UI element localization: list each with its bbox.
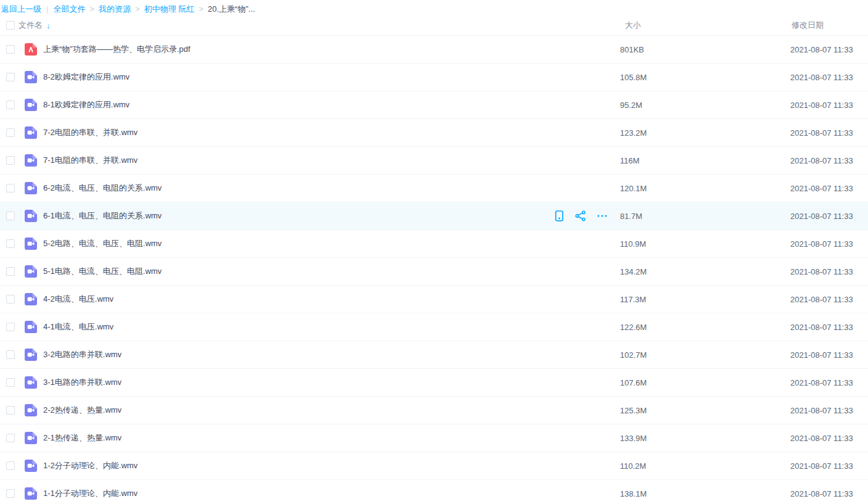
breadcrumb-item-physics[interactable]: 初中物理 阮红 <box>144 4 195 15</box>
row-checkbox[interactable] <box>6 73 15 81</box>
file-modified-date: 2021-08-07 11:33 <box>783 489 868 498</box>
file-row[interactable]: 8-2欧姆定律的应用.wmv105.8M2021-08-07 11:33 <box>0 64 868 91</box>
breadcrumb-separator: > <box>199 4 204 14</box>
select-all-checkbox[interactable] <box>6 21 15 30</box>
file-size: 120.1M <box>614 184 783 193</box>
file-name[interactable]: 7-1电阻的串联、并联.wmv <box>43 155 546 166</box>
row-checkbox[interactable] <box>6 350 15 359</box>
breadcrumb-item-all-files[interactable]: 全部文件 <box>53 4 85 15</box>
file-row[interactable]: 1-2分子动理论、内能.wmv110.2M2021-08-07 11:33 <box>0 452 868 480</box>
row-checkbox[interactable] <box>6 156 15 165</box>
row-checkbox[interactable] <box>6 101 15 109</box>
file-modified-date: 2021-08-07 11:33 <box>783 434 868 443</box>
file-modified-date: 2021-08-07 11:33 <box>783 267 868 276</box>
file-size: 110.9M <box>614 239 783 249</box>
video-file-icon <box>25 293 37 305</box>
breadcrumb-pipe: | <box>46 4 48 14</box>
file-row[interactable]: 5-2电路、电流、电压、电阻.wmv110.9M2021-08-07 11:33 <box>0 230 868 258</box>
file-size: 123.2M <box>614 128 783 138</box>
video-file-icon <box>25 99 37 111</box>
row-checkbox[interactable] <box>6 461 15 470</box>
file-list-header: 文件名 ↓ 大小 修改日期 <box>0 15 868 36</box>
row-checkbox[interactable] <box>6 295 15 304</box>
file-row[interactable]: 4-1电流、电压.wmv122.6M2021-08-07 11:33 <box>0 313 868 341</box>
file-row[interactable]: 8-1欧姆定律的应用.wmv95.2M2021-08-07 11:33 <box>0 91 868 119</box>
row-checkbox[interactable] <box>6 323 15 331</box>
video-file-icon <box>25 321 37 333</box>
file-size: 117.3M <box>614 295 783 304</box>
file-name[interactable]: 1-1分子动理论、内能.wmv <box>43 488 546 499</box>
row-checkbox[interactable] <box>6 239 15 248</box>
more-icon[interactable] <box>597 210 608 221</box>
row-checkbox[interactable] <box>6 212 15 220</box>
file-name[interactable]: 2-1热传递、热量.wmv <box>43 432 546 444</box>
file-modified-date: 2021-08-07 11:33 <box>783 295 868 304</box>
sort-descending-icon[interactable]: ↓ <box>46 21 51 30</box>
file-modified-date: 2021-08-07 11:33 <box>783 461 868 471</box>
column-header-filename[interactable]: 文件名 ↓ <box>19 20 546 31</box>
breadcrumb-separator: > <box>89 4 94 14</box>
file-row[interactable]: 3-1电路的串并联.wmv107.6M2021-08-07 11:33 <box>0 369 868 397</box>
file-name[interactable]: 5-2电路、电流、电压、电阻.wmv <box>43 238 546 249</box>
breadcrumb-item-my-resources[interactable]: 我的资源 <box>99 4 131 15</box>
file-row[interactable]: 6-2电流、电压、电阻的关系.wmv120.1M2021-08-07 11:33 <box>0 175 868 202</box>
file-name[interactable]: 3-2电路的串并联.wmv <box>43 349 546 360</box>
file-row[interactable]: 1-1分子动理论、内能.wmv138.1M2021-08-07 11:33 <box>0 480 868 504</box>
filename-header-label: 文件名 <box>19 20 43 31</box>
file-name[interactable]: 1-2分子动理论、内能.wmv <box>43 460 546 471</box>
video-file-icon <box>25 154 37 167</box>
row-checkbox[interactable] <box>6 406 15 415</box>
file-size: 133.9M <box>614 434 783 443</box>
file-modified-date: 2021-08-07 11:33 <box>783 156 868 165</box>
file-row[interactable]: 4-2电流、电压.wmv117.3M2021-08-07 11:33 <box>0 286 868 313</box>
file-name[interactable]: 4-1电流、电压.wmv <box>43 321 546 333</box>
file-name[interactable]: 2-2热传递、热量.wmv <box>43 405 546 416</box>
file-row[interactable]: 6-1电流、电压、电阻的关系.wmv81.7M2021-08-07 11:33 <box>0 202 868 230</box>
video-file-icon <box>25 71 37 83</box>
file-size: 138.1M <box>614 489 783 498</box>
file-row[interactable]: 5-1电路、电流、电压、电阻.wmv134.2M2021-08-07 11:33 <box>0 258 868 286</box>
video-file-icon <box>25 126 37 139</box>
share-icon[interactable] <box>575 210 586 221</box>
row-checkbox[interactable] <box>6 128 15 137</box>
file-name[interactable]: 5-1电路、电流、电压、电阻.wmv <box>43 266 546 277</box>
file-name[interactable]: 8-2欧姆定律的应用.wmv <box>43 72 546 83</box>
file-modified-date: 2021-08-07 11:33 <box>783 184 868 193</box>
breadcrumb: 返回上一级 | 全部文件 > 我的资源 > 初中物理 阮红 > 20.上乘“物”… <box>0 0 868 15</box>
file-name[interactable]: 6-1电流、电压、电阻的关系.wmv <box>43 210 546 221</box>
file-size: 122.6M <box>614 323 783 332</box>
row-checkbox[interactable] <box>6 184 15 192</box>
file-modified-date: 2021-08-07 11:33 <box>783 212 868 221</box>
file-name[interactable]: 8-1欧姆定律的应用.wmv <box>43 99 546 110</box>
file-name[interactable]: 7-2电阻的串联、并联.wmv <box>43 127 546 138</box>
file-row[interactable]: 2-2热传递、热量.wmv125.3M2021-08-07 11:33 <box>0 397 868 424</box>
file-size: 116M <box>614 156 783 165</box>
file-modified-date: 2021-08-07 11:33 <box>783 239 868 249</box>
breadcrumb-current-folder: 20.上乘“物”... <box>208 4 255 15</box>
row-checkbox[interactable] <box>6 267 15 276</box>
pdf-file-icon <box>25 43 37 56</box>
save-to-device-icon[interactable] <box>553 210 564 221</box>
row-checkbox[interactable] <box>6 378 15 387</box>
file-row[interactable]: 2-1热传递、热量.wmv133.9M2021-08-07 11:33 <box>0 424 868 452</box>
file-row[interactable]: 7-1电阻的串联、并联.wmv116M2021-08-07 11:33 <box>0 147 868 175</box>
row-checkbox[interactable] <box>6 489 15 498</box>
file-name[interactable]: 上乘“物”功套路——热学、电学启示录.pdf <box>43 44 546 55</box>
file-modified-date: 2021-08-07 11:33 <box>783 101 868 110</box>
video-file-icon <box>25 182 37 194</box>
video-file-icon <box>25 404 37 416</box>
row-actions <box>546 210 614 221</box>
file-name[interactable]: 3-1电路的串并联.wmv <box>43 377 546 388</box>
file-modified-date: 2021-08-07 11:33 <box>783 73 868 82</box>
file-name[interactable]: 6-2电流、电压、电阻的关系.wmv <box>43 183 546 194</box>
breadcrumb-back-link[interactable]: 返回上一级 <box>1 4 41 15</box>
file-row[interactable]: 3-2电路的串并联.wmv102.7M2021-08-07 11:33 <box>0 341 868 369</box>
file-row[interactable]: 上乘“物”功套路——热学、电学启示录.pdf801KB2021-08-07 11… <box>0 36 868 64</box>
breadcrumb-separator: > <box>135 4 140 14</box>
file-row[interactable]: 7-2电阻的串联、并联.wmv123.2M2021-08-07 11:33 <box>0 119 868 147</box>
column-header-size[interactable]: 大小 <box>614 20 783 31</box>
row-checkbox[interactable] <box>6 45 15 54</box>
file-name[interactable]: 4-2电流、电压.wmv <box>43 294 546 305</box>
column-header-modified[interactable]: 修改日期 <box>783 20 868 31</box>
row-checkbox[interactable] <box>6 434 15 442</box>
